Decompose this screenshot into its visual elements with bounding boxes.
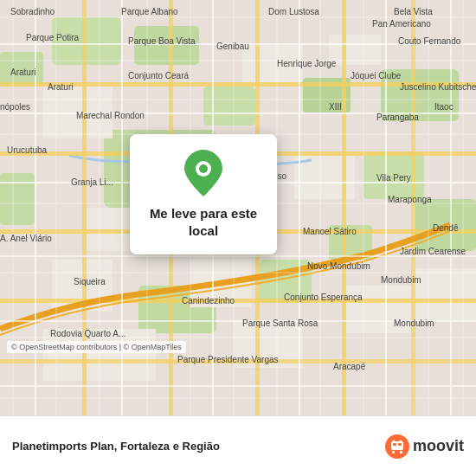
svg-point-76 [399,440,402,442]
svg-rect-73 [392,451,395,453]
svg-rect-34 [342,0,346,415]
svg-rect-31 [82,0,87,415]
svg-rect-26 [0,82,476,87]
svg-rect-4 [203,87,255,125]
bottom-bar: Planetimports Plan, Fortaleza e Região m… [0,415,476,476]
place-name: Planetimports Plan, Fortaleza e Região [12,440,385,453]
svg-rect-8 [0,173,35,225]
popup-card: Me leve para este local [130,134,277,254]
svg-rect-47 [450,0,452,415]
popup-button-label[interactable]: Me leve para este local [149,205,258,239]
svg-rect-72 [398,443,402,446]
moovit-icon-svg [385,434,409,459]
svg-rect-42 [35,0,36,415]
svg-rect-46 [385,0,387,415]
svg-rect-43 [121,0,123,415]
svg-rect-22 [346,286,415,333]
svg-rect-3 [0,52,43,87]
location-pin-icon [184,150,222,196]
svg-rect-39 [0,255,476,257]
svg-point-75 [392,440,395,442]
svg-rect-41 [0,385,476,387]
svg-rect-45 [299,0,300,415]
map-container: SobradinhoParque AlbanoDom LustosaBela V… [0,0,476,415]
svg-rect-15 [242,43,303,82]
svg-rect-2 [134,26,199,65]
place-info: Planetimports Plan, Fortaleza e Região [12,440,385,453]
map-attribution: © OpenStreetMap contributors | © OpenMap… [7,341,186,353]
svg-rect-30 [0,359,476,363]
svg-rect-71 [393,443,396,446]
moovit-logo: moovit [385,434,464,459]
svg-rect-35 [411,0,415,415]
svg-rect-25 [415,268,476,320]
svg-rect-36 [0,43,476,45]
moovit-text-label: moovit [413,437,464,455]
svg-rect-70 [391,441,403,450]
svg-rect-29 [0,299,476,303]
svg-rect-74 [400,451,402,453]
svg-rect-40 [0,320,476,322]
svg-rect-37 [0,113,476,114]
svg-point-68 [199,164,208,173]
